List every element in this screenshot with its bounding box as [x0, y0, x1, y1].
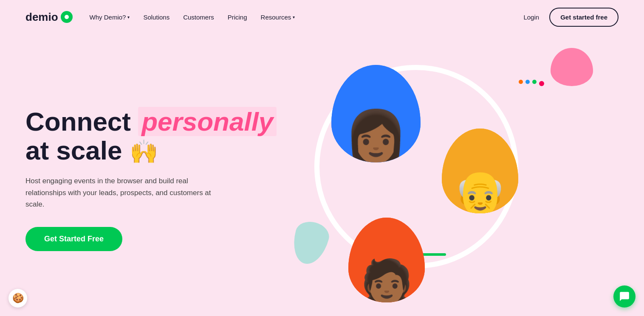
- person-card-2: [442, 129, 518, 213]
- nav-right: Login Get started free: [523, 8, 619, 27]
- person-card-3: [348, 218, 425, 302]
- hero-title: Connect personally at scale 🙌: [25, 107, 280, 165]
- hero-subtitle: Host engaging events in the browser and …: [25, 175, 229, 210]
- person-photo-3: [348, 218, 425, 302]
- nav-solutions[interactable]: Solutions: [143, 14, 169, 21]
- hero-illustration: [280, 52, 619, 307]
- get-started-hero-button[interactable]: Get Started Free: [25, 227, 122, 251]
- dot-green: [532, 80, 537, 84]
- dots-decoration: [519, 78, 544, 86]
- logo[interactable]: demio: [25, 11, 73, 24]
- chat-bubble-icon: [619, 291, 630, 302]
- chevron-down-icon: ▾: [127, 15, 130, 20]
- person-photo-2: [442, 129, 518, 213]
- get-started-nav-button[interactable]: Get started free: [549, 8, 619, 27]
- person-photo-1: [331, 65, 421, 162]
- nav-customers[interactable]: Customers: [183, 14, 214, 21]
- dot-pink: [539, 81, 544, 86]
- cookie-consent-button[interactable]: 🍪: [8, 289, 27, 308]
- logo-text: demio: [25, 11, 58, 24]
- hero-emoji: 🙌: [130, 139, 158, 164]
- pink-blob-decoration: [551, 48, 593, 86]
- dot-blue: [525, 80, 530, 84]
- nav-links: Why Demio? ▾ Solutions Customers Pricing…: [90, 14, 524, 21]
- chat-button[interactable]: [613, 285, 636, 308]
- nav-resources[interactable]: Resources ▾: [261, 14, 295, 21]
- hero-left: Connect personally at scale 🙌 Host engag…: [25, 107, 280, 251]
- dot-orange: [519, 80, 523, 84]
- hero-section: Connect personally at scale 🙌 Host engag…: [0, 34, 644, 316]
- hero-title-highlight: personally: [138, 107, 277, 136]
- hero-title-part2: at scale: [25, 136, 130, 165]
- nav-why-demio[interactable]: Why Demio? ▾: [90, 14, 130, 21]
- person-card-1: [331, 65, 421, 162]
- teal-teardrop-decoration: [288, 218, 332, 268]
- login-link[interactable]: Login: [523, 14, 539, 21]
- nav-pricing[interactable]: Pricing: [228, 14, 247, 21]
- logo-icon: [61, 11, 73, 23]
- navigation: demio Why Demio? ▾ Solutions Customers P…: [0, 0, 644, 34]
- hero-title-part1: Connect: [25, 107, 138, 136]
- chevron-down-icon: ▾: [293, 15, 295, 20]
